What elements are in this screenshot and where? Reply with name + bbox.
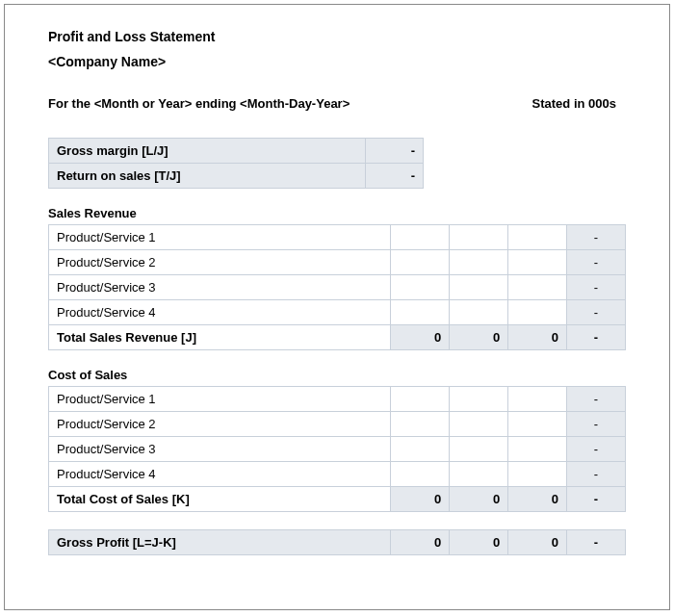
gross-profit-col2: 0 [450,530,508,555]
row-col1 [391,225,450,250]
row-col2 [450,275,508,300]
table-row: Product/Service 2 - [49,250,626,275]
gross-profit-last: - [567,530,626,555]
table-row: Product/Service 3 - [49,275,626,300]
row-col1 [391,437,450,462]
total-last: - [567,325,626,350]
gross-margin-row: Gross margin [L/J] - [49,139,424,164]
row-col1 [391,275,450,300]
company-name: <Company Name> [48,54,626,69]
gross-profit-table: Gross Profit [L=J-K] 0 0 0 - [48,529,626,555]
row-last: - [567,437,626,462]
row-col3 [508,300,567,325]
row-last: - [567,275,626,300]
table-row: Product/Service 1 - [49,225,626,250]
row-last: - [567,412,626,437]
stated-in: Stated in 000s [532,96,616,111]
total-label: Total Cost of Sales [K] [49,487,391,512]
total-col3: 0 [508,487,567,512]
cost-table: Product/Service 1 - Product/Service 2 - … [48,386,626,512]
row-col3 [508,275,567,300]
row-col1 [391,462,450,487]
row-col2 [450,387,508,412]
row-last: - [567,387,626,412]
row-label: Product/Service 2 [49,412,391,437]
row-col3 [508,387,567,412]
total-col3: 0 [508,325,567,350]
row-col2 [450,300,508,325]
row-col2 [450,412,508,437]
row-last: - [567,462,626,487]
row-label: Product/Service 4 [49,300,391,325]
gross-margin-value: - [366,139,424,164]
row-label: Product/Service 1 [49,387,391,412]
row-label: Product/Service 3 [49,437,391,462]
table-row: Product/Service 4 - [49,300,626,325]
sales-total-row: Total Sales Revenue [J] 0 0 0 - [49,325,626,350]
row-last: - [567,300,626,325]
total-col2: 0 [450,487,508,512]
page-title: Profit and Loss Statement [48,29,626,44]
row-col2 [450,225,508,250]
row-col1 [391,300,450,325]
row-col3 [508,250,567,275]
row-label: Product/Service 1 [49,225,391,250]
total-col2: 0 [450,325,508,350]
row-last: - [567,250,626,275]
gross-profit-col1: 0 [391,530,450,555]
gross-profit-row: Gross Profit [L=J-K] 0 0 0 - [49,530,626,555]
return-on-sales-row: Return on sales [T/J] - [49,164,424,189]
sales-heading: Sales Revenue [48,206,626,220]
row-col2 [450,437,508,462]
row-col2 [450,462,508,487]
table-row: Product/Service 3 - [49,437,626,462]
cost-heading: Cost of Sales [48,368,626,382]
gross-profit-label: Gross Profit [L=J-K] [49,530,391,555]
table-row: Product/Service 1 - [49,387,626,412]
row-col3 [508,462,567,487]
row-col3 [508,225,567,250]
row-last: - [567,225,626,250]
period-text: For the <Month or Year> ending <Month-Da… [48,96,350,111]
return-on-sales-label: Return on sales [T/J] [49,164,366,189]
pnl-page: Profit and Loss Statement <Company Name>… [4,4,670,610]
gross-margin-label: Gross margin [L/J] [49,139,366,164]
row-col1 [391,412,450,437]
gross-profit-col3: 0 [508,530,567,555]
row-label: Product/Service 2 [49,250,391,275]
row-col1 [391,387,450,412]
row-col3 [508,412,567,437]
table-row: Product/Service 2 - [49,412,626,437]
row-col3 [508,437,567,462]
row-col2 [450,250,508,275]
return-on-sales-value: - [366,164,424,189]
cost-total-row: Total Cost of Sales [K] 0 0 0 - [49,487,626,512]
row-label: Product/Service 3 [49,275,391,300]
row-col1 [391,250,450,275]
row-label: Product/Service 4 [49,462,391,487]
total-col1: 0 [391,325,450,350]
total-col1: 0 [391,487,450,512]
total-last: - [567,487,626,512]
ratios-table: Gross margin [L/J] - Return on sales [T/… [48,138,424,189]
sales-table: Product/Service 1 - Product/Service 2 - … [48,224,626,350]
table-row: Product/Service 4 - [49,462,626,487]
period-row: For the <Month or Year> ending <Month-Da… [48,96,626,111]
total-label: Total Sales Revenue [J] [49,325,391,350]
